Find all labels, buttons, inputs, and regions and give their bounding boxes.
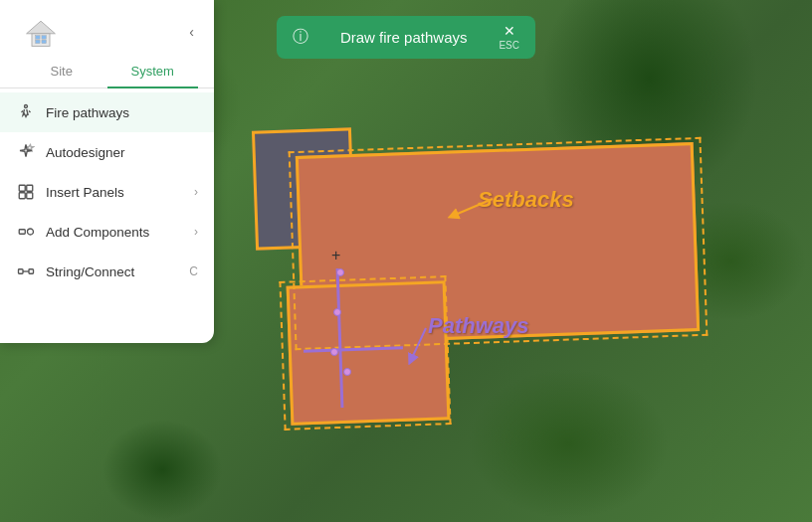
logo-icon [23, 14, 59, 50]
svg-rect-5 [36, 40, 41, 44]
add-components-label: Add Components [46, 225, 194, 240]
svg-point-7 [25, 105, 28, 108]
sidebar-panel: ‹ Site System Fire pathways [0, 0, 214, 343]
notification-text: Draw fire pathways [318, 29, 489, 46]
svg-rect-8 [19, 185, 25, 191]
insert-panels-arrow: › [194, 185, 198, 199]
path-dot [336, 268, 344, 276]
svg-point-13 [28, 229, 34, 235]
svg-rect-2 [32, 34, 50, 47]
pathways-arrow [406, 328, 446, 368]
svg-rect-11 [27, 193, 33, 199]
svg-rect-12 [19, 230, 25, 235]
app-logo [16, 12, 66, 52]
menu-item-insert-panels[interactable]: Insert Panels › [0, 172, 214, 212]
crosshair-cursor: + [331, 247, 347, 262]
svg-line-0 [453, 199, 493, 216]
menu-item-add-components[interactable]: Add Components › [0, 212, 214, 252]
path-dot [330, 348, 338, 356]
svg-rect-3 [36, 36, 41, 40]
sidebar-header: ‹ [0, 0, 214, 52]
tab-system[interactable]: System [107, 56, 199, 88]
component-icon [16, 222, 36, 242]
collapse-button[interactable]: ‹ [185, 21, 198, 43]
insert-panels-label: Insert Panels [46, 185, 194, 200]
notification-bar: ⓘ Draw fire pathways ✕ ESC [277, 16, 535, 59]
notification-close-button[interactable]: ✕ ESC [499, 24, 519, 51]
menu-item-fire-pathways[interactable]: Fire pathways [0, 92, 214, 132]
svg-rect-10 [19, 193, 25, 199]
menu-list: Fire pathways Autodesigner [0, 88, 214, 295]
esc-label: ESC [499, 40, 519, 51]
tab-site[interactable]: Site [16, 56, 107, 88]
svg-rect-9 [27, 185, 33, 191]
menu-item-string-connect[interactable]: String/Connect C [0, 252, 214, 291]
add-components-arrow: › [194, 225, 198, 239]
path-dot [333, 308, 341, 316]
setbacks-arrow [438, 194, 498, 224]
svg-rect-14 [19, 269, 24, 274]
info-icon: ⓘ [293, 27, 308, 48]
svg-rect-15 [29, 269, 34, 274]
path-dot [343, 368, 351, 376]
svg-rect-4 [42, 36, 47, 40]
close-x-icon: ✕ [504, 24, 515, 38]
autodesigner-label: Autodesigner [46, 145, 198, 160]
grid-icon [16, 182, 36, 202]
string-icon [16, 261, 36, 281]
sparkle-icon [16, 142, 36, 162]
svg-rect-6 [42, 40, 47, 44]
string-connect-label: String/Connect [46, 264, 189, 279]
svg-line-1 [411, 328, 426, 360]
tab-bar: Site System [0, 56, 214, 88]
person-walk-icon [16, 102, 36, 122]
string-connect-shortcut: C [189, 264, 198, 278]
menu-item-autodesigner[interactable]: Autodesigner [0, 132, 214, 172]
fire-pathways-label: Fire pathways [46, 105, 198, 120]
